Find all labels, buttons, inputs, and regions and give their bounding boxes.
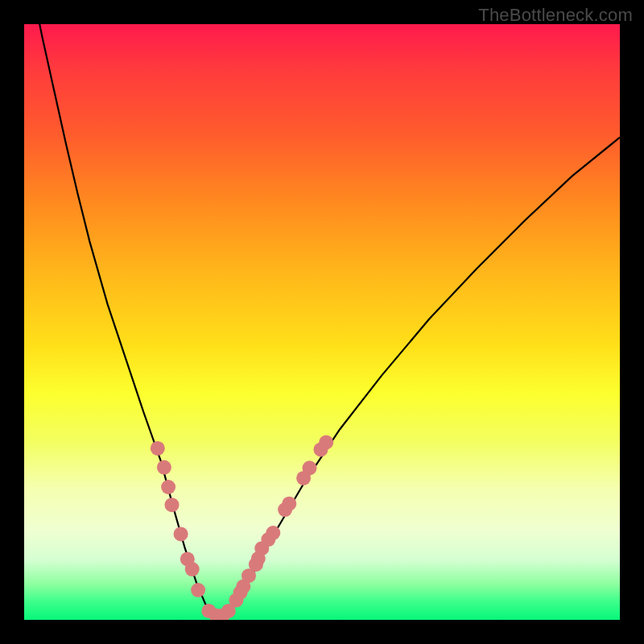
data-marker xyxy=(185,562,200,576)
data-marker xyxy=(157,460,171,475)
data-marker xyxy=(165,497,180,512)
plot-area xyxy=(24,24,620,620)
data-marker xyxy=(174,526,188,541)
chart-svg xyxy=(24,24,620,620)
data-marker xyxy=(151,441,165,456)
data-marker xyxy=(161,480,175,494)
data-marker xyxy=(266,526,280,540)
watermark-text: TheBottleneck.com xyxy=(478,5,633,26)
data-marker xyxy=(303,460,317,475)
bottleneck-curve xyxy=(30,24,620,617)
data-marker xyxy=(282,497,296,511)
data-marker xyxy=(191,583,205,597)
data-marker xyxy=(319,436,333,450)
data-markers xyxy=(151,436,333,621)
